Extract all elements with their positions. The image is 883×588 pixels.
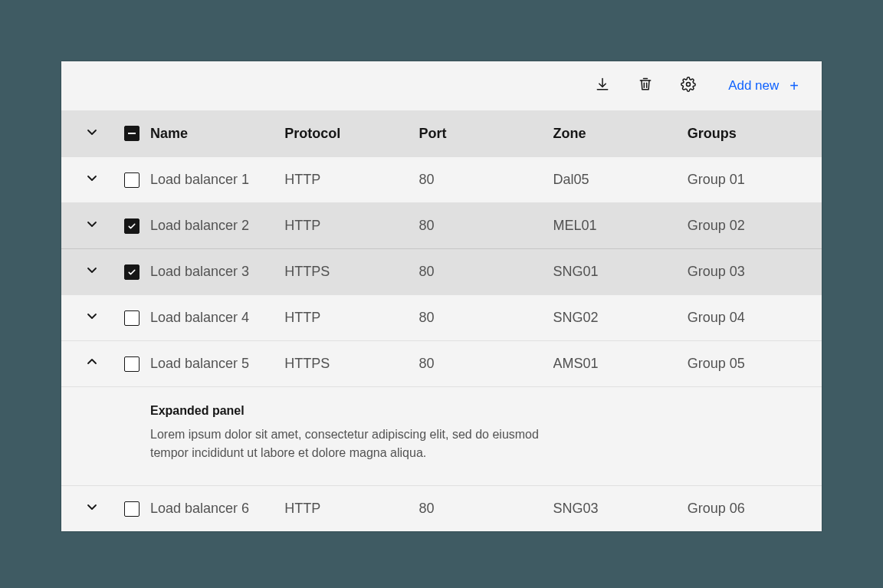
cell-protocol: HTTP — [284, 501, 419, 517]
trash-icon — [638, 77, 653, 95]
cell-name: Load balancer 1 — [150, 172, 284, 188]
cell-zone: Dal05 — [553, 172, 688, 188]
cell-groups: Group 05 — [688, 356, 822, 372]
table-row: Load balancer 3HTTPS80SNG01Group 03 — [61, 248, 822, 294]
table-row: Load balancer 4HTTP80SNG02Group 04 — [61, 294, 822, 340]
download-button[interactable] — [581, 61, 624, 110]
row-select-checkbox[interactable] — [124, 310, 140, 326]
indeterminate-icon — [128, 133, 136, 135]
cell-port: 80 — [419, 501, 553, 517]
cell-groups: Group 03 — [688, 264, 822, 280]
plus-icon: + — [789, 78, 799, 94]
cell-port: 80 — [419, 310, 553, 326]
row-expanded-panel: Expanded panelLorem ipsum dolor sit amet… — [61, 386, 822, 485]
cell-protocol: HTTP — [284, 172, 419, 188]
cell-name: Load balancer 2 — [150, 218, 284, 234]
cell-zone: SNG01 — [553, 264, 688, 280]
data-table-panel: Add new + Name Protocol Port Zone Groups… — [61, 61, 822, 531]
table-row: Load balancer 1HTTP80Dal05Group 01 — [61, 156, 822, 202]
cell-groups: Group 06 — [688, 501, 822, 517]
table-row: Load balancer 6HTTP80SNG03Group 06 — [61, 485, 822, 531]
expanded-panel-title: Expanded panel — [150, 404, 822, 418]
cell-zone: AMS01 — [553, 356, 688, 372]
cell-groups: Group 01 — [688, 172, 822, 188]
select-all-checkbox[interactable] — [124, 126, 140, 141]
delete-button[interactable] — [624, 61, 667, 110]
chevron-down-icon — [86, 264, 98, 280]
expanded-panel-body: Lorem ipsum dolor sit amet, consectetur … — [150, 425, 549, 462]
cell-groups: Group 02 — [688, 218, 822, 234]
cell-name: Load balancer 6 — [150, 501, 284, 517]
row-select-checkbox[interactable] — [124, 172, 140, 188]
gear-icon — [681, 77, 696, 95]
download-icon — [595, 77, 610, 95]
header-expand-all[interactable] — [71, 126, 113, 142]
row-expand-toggle[interactable] — [71, 172, 113, 188]
column-header-name[interactable]: Name — [150, 126, 284, 142]
chevron-down-icon — [86, 172, 98, 188]
column-header-port[interactable]: Port — [419, 126, 553, 142]
cell-groups: Group 04 — [688, 310, 822, 326]
svg-point-0 — [687, 83, 691, 87]
cell-zone: MEL01 — [553, 218, 688, 234]
column-header-zone[interactable]: Zone — [553, 126, 688, 142]
cell-port: 80 — [419, 264, 553, 280]
table-toolbar: Add new + — [61, 61, 822, 110]
cell-protocol: HTTP — [284, 310, 419, 326]
cell-name: Load balancer 3 — [150, 264, 284, 280]
chevron-down-icon — [86, 126, 98, 142]
cell-port: 80 — [419, 172, 553, 188]
chevron-up-icon — [86, 356, 98, 372]
add-new-button[interactable]: Add new + — [710, 61, 812, 110]
table-header-row: Name Protocol Port Zone Groups — [61, 110, 822, 156]
cell-port: 80 — [419, 218, 553, 234]
cell-name: Load balancer 4 — [150, 310, 284, 326]
row-expand-toggle[interactable] — [71, 218, 113, 234]
row-expand-toggle[interactable] — [71, 356, 113, 372]
cell-zone: SNG02 — [553, 310, 688, 326]
row-select-checkbox[interactable] — [124, 218, 140, 234]
column-header-groups[interactable]: Groups — [688, 126, 822, 142]
chevron-down-icon — [86, 501, 98, 517]
row-expand-toggle[interactable] — [71, 264, 113, 280]
cell-zone: SNG03 — [553, 501, 688, 517]
table-row: Load balancer 5HTTPS80AMS01Group 05 — [61, 340, 822, 386]
chevron-down-icon — [86, 218, 98, 234]
column-header-protocol[interactable]: Protocol — [284, 126, 419, 142]
row-select-checkbox[interactable] — [124, 264, 140, 280]
row-select-checkbox[interactable] — [124, 356, 140, 372]
settings-button[interactable] — [667, 61, 710, 110]
add-new-label: Add new — [728, 78, 779, 94]
row-expand-toggle[interactable] — [71, 501, 113, 517]
cell-protocol: HTTP — [284, 218, 419, 234]
cell-name: Load balancer 5 — [150, 356, 284, 372]
table-row: Load balancer 2HTTP80MEL01Group 02 — [61, 202, 822, 248]
cell-protocol: HTTPS — [284, 264, 419, 280]
cell-protocol: HTTPS — [284, 356, 419, 372]
row-select-checkbox[interactable] — [124, 501, 140, 517]
row-expand-toggle[interactable] — [71, 310, 113, 326]
cell-port: 80 — [419, 356, 553, 372]
chevron-down-icon — [86, 310, 98, 326]
table-body: Load balancer 1HTTP80Dal05Group 01Load b… — [61, 156, 822, 531]
